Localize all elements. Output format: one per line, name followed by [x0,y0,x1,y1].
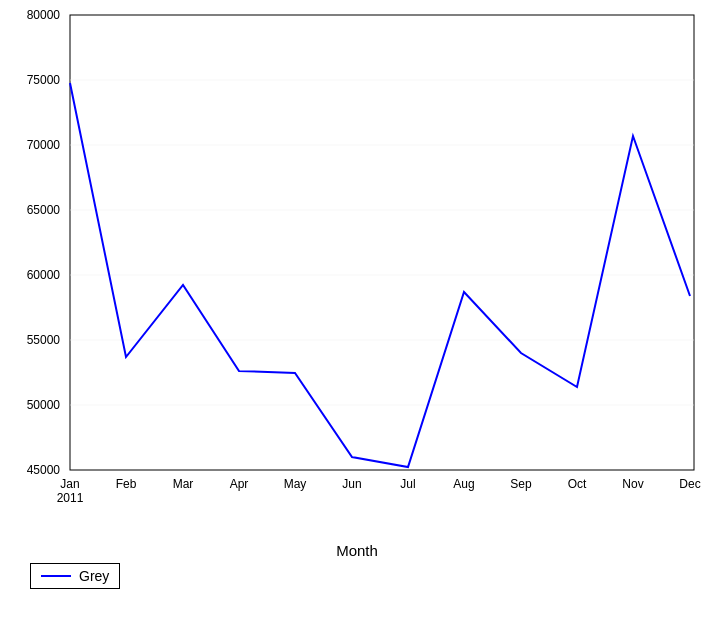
x-tick-dec: Dec [679,477,700,491]
y-tick-65000: 65000 [27,203,61,217]
legend-label-grey: Grey [79,568,109,584]
y-tick-60000: 60000 [27,268,61,282]
y-tick-55000: 55000 [27,333,61,347]
chart-svg: 80000 75000 70000 65000 60000 55000 5000… [0,0,714,540]
x-tick-sep: Sep [510,477,532,491]
x-axis-label: Month [336,542,378,559]
x-tick-aug: Aug [453,477,474,491]
y-tick-50000: 50000 [27,398,61,412]
legend-box: Grey [30,563,120,589]
legend-line-grey [41,575,71,577]
chart-container: 80000 75000 70000 65000 60000 55000 5000… [0,0,714,621]
y-tick-75000: 75000 [27,73,61,87]
y-tick-80000: 80000 [27,8,61,22]
x-tick-mar: Mar [173,477,194,491]
x-tick-feb: Feb [116,477,137,491]
svg-rect-1 [70,15,694,470]
x-tick-oct: Oct [568,477,587,491]
x-tick-apr: Apr [230,477,249,491]
y-tick-70000: 70000 [27,138,61,152]
x-tick-2011: 2011 [57,491,84,505]
x-tick-jul: Jul [400,477,415,491]
x-tick-may: May [284,477,307,491]
x-tick-jan: Jan [60,477,79,491]
x-tick-nov: Nov [622,477,643,491]
x-tick-jun: Jun [342,477,361,491]
y-tick-45000: 45000 [27,463,61,477]
